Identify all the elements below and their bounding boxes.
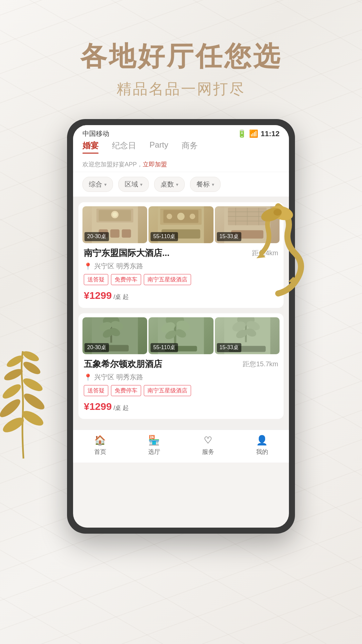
location-icon-2: 📍	[84, 373, 92, 381]
heart-icon: ♡	[204, 435, 212, 446]
table-count-badge-3: 15-33桌	[217, 232, 241, 241]
tab-wedding[interactable]: 婚宴	[82, 140, 99, 154]
svg-point-26	[167, 214, 172, 219]
person-icon: 👤	[256, 435, 268, 446]
venue-tags-1: 送答疑 免费停车 南宁五星级酒店	[84, 274, 278, 285]
filter-comprehensive[interactable]: 综合 ▾	[82, 177, 113, 192]
venue-name-1: 南宁东盟国际大酒店...	[84, 247, 170, 259]
status-bar: 中国移动 🔋 📶 11:12	[73, 125, 289, 140]
time-display: 11:12	[261, 129, 280, 138]
price-amount-2: ¥1299	[84, 401, 112, 412]
svg-point-2	[0, 382, 23, 401]
venue-location-2: 📍 兴宁区 明秀东路	[84, 373, 278, 382]
plant-decoration	[0, 331, 54, 467]
svg-point-19	[113, 212, 117, 217]
venue-name-2: 五象希尔顿欢朋酒店	[84, 358, 162, 370]
table-count-badge-2: 55-110桌	[150, 232, 178, 241]
svg-point-27	[177, 213, 185, 220]
header-area: 各地好厅任您选 精品名品一网打尽	[0, 0, 362, 119]
svg-point-6	[21, 391, 47, 412]
tag-parking: 免费停车	[111, 274, 141, 285]
table-count-badge-2c: 15-33桌	[217, 343, 241, 352]
tab-party[interactable]: Party	[149, 140, 168, 154]
tab-anniversary[interactable]: 纪念日	[112, 140, 136, 154]
venue-image-2: 55-110桌	[148, 206, 213, 243]
filter-tables[interactable]: 桌数 ▾	[154, 177, 185, 192]
phone-screen: 中国移动 🔋 📶 11:12 婚宴 纪念日 Party 商务 欢迎您加盟好宴AP…	[73, 125, 289, 528]
venue-images-2: 20-30桌	[78, 313, 284, 354]
tag-parking-2: 免费停车	[111, 385, 141, 396]
tab-business[interactable]: 商务	[182, 140, 198, 154]
join-link[interactable]: 立即加盟	[143, 161, 167, 168]
header-subtitle: 精品名品一网打尽	[0, 79, 362, 99]
chevron-down-icon: ▾	[140, 182, 142, 187]
chevron-down-icon: ▾	[176, 182, 178, 187]
venue-image-1: 20-30桌	[82, 206, 147, 243]
svg-point-12	[274, 209, 282, 216]
venue-tags-2: 送答疑 免费停车 南宁五星级酒店	[84, 385, 278, 396]
nav-service[interactable]: ♡ 服务	[202, 435, 214, 456]
battery-icon: 🔋	[237, 129, 246, 138]
phone-mockup: 中国移动 🔋 📶 11:12 婚宴 纪念日 Party 商务 欢迎您加盟好宴AP…	[67, 119, 295, 534]
venue-info-2: 五象希尔顿欢朋酒店 距您15.7km 📍 兴宁区 明秀东路 送答疑 免费停车 南…	[78, 354, 284, 412]
table-count-badge-1: 20-30桌	[84, 232, 109, 241]
venue-price-1: ¥1299 /桌 起	[84, 290, 278, 301]
ribbon-decoration	[251, 203, 305, 297]
nav-profile[interactable]: 👤 我的	[256, 435, 268, 456]
venue-price-2: ¥1299 /桌 起	[84, 401, 278, 412]
nav-service-label: 服务	[202, 448, 214, 456]
svg-rect-22	[122, 229, 131, 238]
venue-image-2b: 55-110桌	[148, 317, 213, 354]
venue-image-2c: 15-33桌	[215, 317, 280, 354]
svg-point-5	[20, 408, 46, 429]
tag-rating: 南宁五星级酒店	[144, 274, 191, 285]
chevron-down-icon: ▾	[104, 182, 107, 187]
svg-rect-21	[110, 229, 120, 238]
svg-point-28	[190, 214, 195, 219]
venue-location-1: 📍 兴宁区 明秀东路	[84, 262, 278, 271]
filter-area[interactable]: 区域 ▾	[118, 177, 149, 192]
app-tabs: 婚宴 纪念日 Party 商务	[73, 140, 289, 157]
join-text: 欢迎您加盟好宴APP，	[82, 161, 143, 168]
venue-image-2a: 20-30桌	[82, 317, 147, 354]
tag-rating-2: 南宁五星级酒店	[144, 385, 191, 396]
table-count-badge-2b: 55-110桌	[150, 343, 178, 352]
tag-gift: 送答疑	[84, 274, 108, 285]
header-title: 各地好厅任您选	[0, 40, 362, 72]
home-icon: 🏠	[94, 435, 106, 446]
venue-card-2[interactable]: 20-30桌	[78, 313, 284, 419]
nav-profile-label: 我的	[256, 448, 268, 456]
filter-bar: 综合 ▾ 区域 ▾ 桌数 ▾ 餐标 ▾	[73, 172, 289, 197]
phone-container: 中国移动 🔋 📶 11:12 婚宴 纪念日 Party 商务 欢迎您加盟好宴AP…	[0, 119, 362, 534]
tag-gift-2: 送答疑	[84, 385, 108, 396]
join-banner: 欢迎您加盟好宴APP，立即加盟	[73, 157, 289, 172]
carrier-text: 中国移动	[82, 129, 109, 138]
svg-point-1	[0, 396, 23, 420]
status-icons: 🔋 📶 11:12	[237, 129, 280, 138]
filter-price[interactable]: 餐标 ▾	[190, 177, 221, 192]
location-icon: 📍	[84, 262, 92, 270]
chevron-down-icon: ▾	[212, 182, 214, 187]
table-count-badge-2a: 20-30桌	[84, 343, 109, 352]
nav-venues[interactable]: 🏪 选厅	[148, 435, 160, 456]
venue-distance-2: 距您15.7km	[243, 360, 278, 369]
price-amount-1: ¥1299	[84, 290, 112, 301]
nav-venues-label: 选厅	[148, 448, 160, 456]
svg-point-7	[21, 376, 45, 393]
svg-point-9	[21, 349, 40, 363]
nav-home-label: 首页	[94, 448, 106, 456]
nav-home[interactable]: 🏠 首页	[94, 435, 106, 456]
svg-point-8	[21, 359, 42, 376]
bottom-nav: 🏠 首页 🏪 选厅 ♡ 服务 👤 我的	[73, 430, 289, 463]
signal-icon: 📶	[249, 129, 258, 138]
building-icon: 🏪	[148, 435, 160, 446]
